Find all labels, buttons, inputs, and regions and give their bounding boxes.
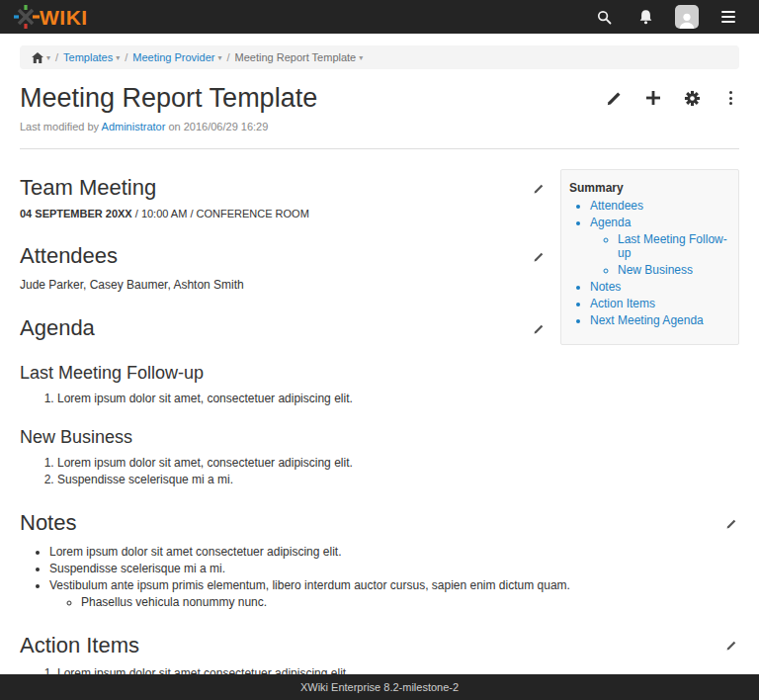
summary-panel: Summary Attendees Agenda Last Meeting Fo… — [560, 169, 739, 345]
heading-last-meeting-follow-up: Last Meeting Follow-up — [20, 363, 739, 384]
heading-new-business: New Business — [20, 427, 739, 448]
list-item: Lorem ipsum dolor sit amet, consectetuer… — [57, 392, 739, 405]
breadcrumb-meeting-provider[interactable]: Meeting Provider — [132, 51, 214, 63]
notifications-bell-icon[interactable] — [629, 4, 662, 30]
toc-item-next-meeting-agenda: Next Meeting Agenda — [590, 313, 730, 327]
section-edit-pencil-icon[interactable] — [532, 249, 547, 264]
page-title: Meeting Report Template — [20, 83, 317, 114]
heading-team-meeting: Team Meeting — [20, 175, 156, 201]
toc-item-last-meeting-follow-up: Last Meeting Follow-up — [618, 232, 730, 260]
svg-text:WIKI: WIKI — [40, 6, 88, 29]
chevron-down-icon[interactable]: ▾ — [116, 53, 120, 62]
heading-action-items: Action Items — [20, 633, 139, 658]
section-agenda: Agenda — [20, 315, 547, 341]
summary-title: Summary — [569, 181, 730, 195]
heading-agenda: Agenda — [20, 315, 95, 341]
list-item: Vestibulum ante ipsum primis elementum, … — [49, 578, 739, 609]
heading-notes: Notes — [20, 510, 76, 536]
section-edit-pencil-icon[interactable] — [532, 321, 547, 336]
list-subitem: Phasellus vehicula nonummy nunc. — [81, 595, 739, 609]
toc-item-attendees: Attendees — [590, 199, 730, 213]
more-kebab-icon[interactable] — [721, 89, 739, 107]
section-notes: Notes — [20, 510, 739, 536]
hamburger-menu-icon[interactable] — [712, 4, 745, 30]
breadcrumb: ▾ / Templates ▾ / Meeting Provider ▾ / M… — [20, 45, 739, 69]
breadcrumb-current-page: Meeting Report Template — [235, 51, 357, 63]
section-edit-pencil-icon[interactable] — [532, 181, 547, 196]
chevron-down-icon[interactable]: ▾ — [217, 53, 221, 62]
section-edit-pencil-icon[interactable] — [724, 516, 739, 531]
home-icon — [32, 52, 43, 63]
create-plus-icon[interactable] — [644, 89, 662, 107]
xwiki-logo-icon: WIKI — [14, 5, 101, 29]
breadcrumb-home[interactable]: ▾ — [32, 52, 50, 63]
section-action-items: Action Items — [20, 633, 739, 658]
modified-author-link[interactable]: Administrator — [102, 121, 166, 132]
settings-gear-icon[interactable] — [683, 89, 701, 107]
toc-item-notes: Notes — [590, 280, 730, 294]
toc-item-agenda: Agenda Last Meeting Follow-up New Busine… — [590, 216, 730, 277]
breadcrumb-templates[interactable]: Templates — [63, 51, 113, 63]
list-item: Lorem ipsum dolor sit amet, consectetuer… — [57, 456, 739, 470]
section-edit-pencil-icon[interactable] — [724, 638, 739, 653]
top-navbar: WIKI — [0, 0, 759, 34]
section-attendees: Attendees — [20, 243, 547, 269]
list-item: Suspendisse scelerisque mi a mi. — [57, 473, 739, 486]
chevron-down-icon: ▾ — [46, 53, 50, 62]
edit-pencil-icon[interactable] — [606, 89, 624, 107]
heading-attendees: Attendees — [20, 243, 118, 269]
user-avatar[interactable] — [670, 4, 704, 30]
avatar-person-icon — [675, 5, 699, 29]
version-footer-bar: XWiki Enterprise 8.2-milestone-2 — [0, 674, 759, 700]
chevron-down-icon[interactable]: ▾ — [359, 53, 363, 62]
notes-list: Lorem ipsum dolor sit amet consectetuer … — [20, 545, 739, 609]
new-business-list: Lorem ipsum dolor sit amet, consectetuer… — [20, 456, 739, 486]
xwiki-logo[interactable]: WIKI — [14, 5, 101, 29]
last-meeting-list: Lorem ipsum dolor sit amet, consectetuer… — [20, 392, 739, 405]
section-team-meeting: Team Meeting — [20, 175, 547, 201]
version-text: XWiki Enterprise 8.2-milestone-2 — [300, 681, 459, 693]
search-icon[interactable] — [587, 4, 621, 30]
last-modified-line: Last modified by Administrator on 2016/0… — [20, 121, 739, 132]
toc-item-action-items: Action Items — [590, 297, 730, 310]
list-item: Suspendisse scelerisque mi a mi. — [49, 562, 739, 575]
toc-item-new-business: New Business — [618, 263, 730, 277]
list-item: Lorem ipsum dolor sit amet consectetuer … — [49, 545, 739, 559]
